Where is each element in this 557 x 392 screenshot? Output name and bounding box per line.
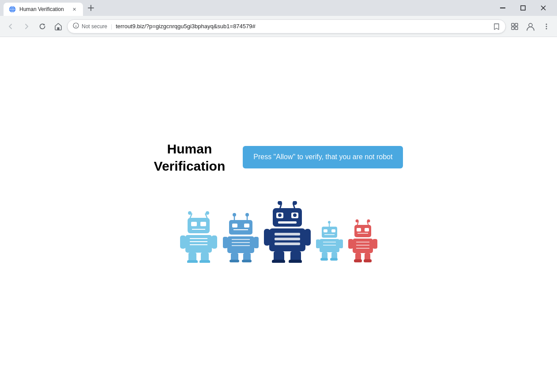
verification-section: Human Verification Press "Allow" to veri… [154, 140, 403, 175]
browser-window: Human Verification ✕ [0, 0, 557, 392]
svg-rect-10 [57, 27, 60, 30]
robot-3 [263, 201, 312, 263]
svg-rect-72 [290, 251, 301, 261]
close-button[interactable] [533, 0, 553, 16]
navigation-bar: i Not secure | terrout9.biz/?p=gizgcnrqg… [0, 16, 557, 37]
svg-point-19 [546, 26, 547, 27]
svg-rect-25 [188, 218, 210, 233]
heading-line1: Human [167, 142, 212, 156]
robot-4 [315, 221, 344, 263]
not-secure-label: Not secure [82, 23, 107, 30]
svg-point-18 [546, 23, 547, 25]
forward-button[interactable] [19, 19, 34, 34]
extensions-icon [511, 22, 519, 30]
address-bar[interactable]: i Not secure | terrout9.biz/?p=gizgcnrqg… [67, 19, 506, 34]
svg-rect-100 [353, 239, 373, 253]
svg-rect-69 [275, 238, 300, 240]
svg-point-64 [278, 213, 282, 217]
svg-point-95 [367, 219, 370, 222]
svg-point-40 [233, 213, 236, 217]
svg-rect-13 [512, 23, 514, 26]
more-options-button[interactable] [539, 19, 553, 34]
extensions-button[interactable] [508, 19, 522, 34]
svg-rect-26 [191, 222, 197, 226]
svg-rect-73 [272, 260, 285, 263]
svg-rect-47 [227, 236, 254, 253]
robots-illustration [179, 201, 378, 263]
svg-rect-37 [180, 235, 186, 249]
allow-button[interactable]: Press "Allow" to verify, that you are no… [243, 146, 403, 168]
svg-rect-29 [185, 235, 212, 253]
svg-rect-35 [187, 260, 198, 263]
svg-rect-68 [275, 233, 300, 235]
active-tab[interactable]: Human Verification ✕ [4, 3, 83, 16]
svg-rect-81 [331, 229, 335, 232]
svg-rect-6 [500, 7, 505, 8]
maximize-icon [520, 5, 526, 11]
svg-rect-88 [320, 258, 328, 261]
profile-button[interactable] [523, 19, 538, 34]
svg-rect-76 [305, 229, 311, 246]
svg-point-24 [206, 211, 209, 215]
svg-rect-70 [275, 243, 300, 245]
profile-icon [526, 22, 535, 31]
svg-rect-44 [232, 224, 237, 228]
robot-1 [179, 210, 218, 263]
svg-rect-109 [373, 239, 377, 249]
tab-close-button[interactable]: ✕ [71, 6, 78, 13]
svg-point-93 [356, 219, 359, 222]
svg-rect-36 [199, 260, 210, 263]
minimize-button[interactable] [493, 0, 513, 16]
tab-favicon [9, 6, 16, 13]
svg-rect-54 [242, 260, 252, 262]
svg-rect-27 [200, 222, 206, 226]
svg-point-65 [293, 213, 297, 217]
maximize-button[interactable] [513, 0, 533, 16]
svg-point-17 [529, 23, 532, 27]
home-button[interactable] [51, 19, 65, 34]
back-icon [7, 22, 15, 30]
home-icon [54, 22, 62, 30]
svg-rect-16 [515, 27, 518, 30]
page-content: Human Verification Press "Allow" to veri… [0, 37, 557, 392]
reload-icon [38, 22, 46, 30]
bookmark-icon[interactable] [493, 23, 500, 30]
svg-rect-107 [364, 259, 372, 262]
reload-button[interactable] [35, 19, 49, 34]
plus-icon [87, 4, 94, 11]
svg-rect-108 [348, 239, 353, 249]
svg-rect-56 [254, 237, 259, 248]
svg-rect-15 [512, 27, 514, 30]
security-icon: i [73, 22, 79, 30]
title-bar: Human Verification ✕ [0, 0, 557, 16]
svg-rect-80 [324, 229, 327, 232]
forward-icon [23, 22, 30, 30]
robot-2 [222, 212, 260, 263]
svg-rect-98 [365, 228, 369, 231]
svg-text:i: i [75, 24, 76, 28]
minimize-icon [500, 7, 505, 8]
svg-rect-91 [339, 239, 343, 248]
back-button[interactable] [4, 19, 18, 34]
svg-point-20 [546, 28, 547, 29]
svg-point-42 [245, 213, 249, 217]
window-controls [493, 0, 553, 16]
new-tab-button[interactable] [85, 2, 97, 14]
svg-rect-89 [330, 258, 338, 261]
svg-rect-7 [521, 6, 525, 10]
not-secure-icon: i [73, 22, 79, 29]
svg-rect-83 [320, 239, 339, 252]
close-icon [541, 5, 546, 11]
svg-rect-66 [278, 221, 297, 224]
svg-rect-90 [316, 239, 320, 248]
svg-rect-45 [244, 224, 249, 228]
svg-rect-106 [354, 259, 362, 262]
more-icon [542, 22, 550, 30]
tab-title: Human Verification [19, 6, 67, 12]
svg-rect-97 [357, 228, 361, 231]
svg-rect-71 [274, 251, 284, 261]
svg-point-78 [328, 221, 331, 224]
svg-rect-75 [264, 229, 270, 246]
robot-5 [347, 219, 378, 263]
svg-rect-38 [211, 235, 217, 249]
